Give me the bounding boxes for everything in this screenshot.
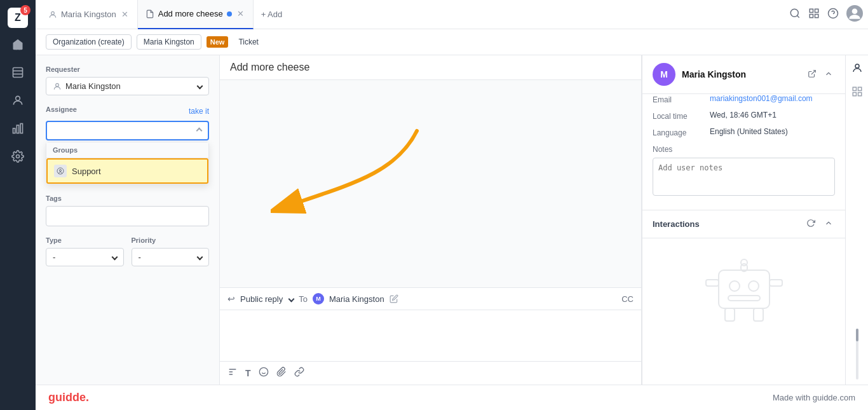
svg-rect-35 xyxy=(754,308,763,321)
email-label: Email xyxy=(653,94,710,104)
svg-point-3 xyxy=(16,96,20,100)
type-select[interactable]: - xyxy=(46,248,124,266)
collapse-interactions-icon[interactable] xyxy=(822,217,835,231)
breadcrumb-org[interactable]: Organization (create) xyxy=(46,34,132,50)
groups-label: Groups xyxy=(46,142,208,158)
help-icon[interactable] xyxy=(827,8,839,21)
reply-cc-label[interactable]: CC xyxy=(621,294,634,304)
requester-input[interactable]: Maria Kingston xyxy=(46,77,209,95)
refresh-interactions-icon[interactable] xyxy=(804,217,817,231)
tab-maria-label: Maria Kingston xyxy=(61,10,116,19)
language-row: Language English (United States) xyxy=(653,127,835,137)
right-icon-rail xyxy=(845,55,868,385)
support-item-label: Support xyxy=(72,167,101,176)
tab-bar-right xyxy=(789,5,863,24)
interactions-actions xyxy=(804,217,835,231)
priority-select[interactable]: - xyxy=(132,248,210,266)
breadcrumb-user[interactable]: Maria Kingston xyxy=(137,34,201,50)
attach-icon[interactable] xyxy=(276,367,287,379)
middle-panel: ↩ Public reply To M Maria Kingston CC xyxy=(220,55,642,385)
reports-icon[interactable] xyxy=(6,117,29,140)
apps-icon[interactable] xyxy=(808,8,820,21)
svg-line-10 xyxy=(797,15,799,17)
link-icon[interactable] xyxy=(294,367,304,379)
apps-rail-icon[interactable] xyxy=(850,84,865,101)
interactions-body xyxy=(642,238,845,340)
priority-label: Priority xyxy=(132,236,210,244)
content-area: Requester Maria Kingston Assignee take i… xyxy=(36,55,868,385)
support-group-item[interactable]: Support xyxy=(46,158,208,184)
requester-field: Requester Maria Kingston xyxy=(46,65,209,95)
svg-point-19 xyxy=(56,83,59,86)
tab-add-more-cheese[interactable]: Add more cheese ✕ xyxy=(138,0,254,29)
external-link-icon[interactable] xyxy=(806,67,818,82)
user-avatar-top[interactable] xyxy=(846,5,863,24)
svg-point-18 xyxy=(852,8,858,14)
user-profile-rail-icon[interactable] xyxy=(850,60,865,78)
interactions-title: Interactions xyxy=(653,219,700,229)
language-label: Language xyxy=(653,127,710,137)
reply-recipient-name: Maria Kingston xyxy=(329,294,384,304)
tab-add-button[interactable]: + Add xyxy=(254,10,290,19)
footer: guidde. Made with guidde.com xyxy=(36,385,868,410)
made-with-text: Made with guidde.com xyxy=(773,393,855,402)
notes-row: Notes xyxy=(653,144,835,196)
requester-label: Requester xyxy=(46,65,209,73)
home-icon[interactable] xyxy=(6,33,29,56)
search-icon[interactable] xyxy=(789,8,801,21)
tickets-icon[interactable] xyxy=(6,61,29,84)
priority-value: - xyxy=(139,252,141,262)
ticket-title-input[interactable] xyxy=(230,62,631,73)
svg-rect-13 xyxy=(810,15,813,18)
local-time-value: Wed, 18:46 GMT+1 xyxy=(710,111,835,121)
text-icon[interactable]: T xyxy=(245,368,251,378)
svg-rect-33 xyxy=(770,280,782,286)
svg-rect-4 xyxy=(13,128,15,133)
svg-point-9 xyxy=(790,9,798,17)
notes-textarea[interactable] xyxy=(653,158,835,196)
svg-rect-11 xyxy=(810,9,813,12)
left-panel: Requester Maria Kingston Assignee take i… xyxy=(36,55,220,385)
tags-input[interactable] xyxy=(46,206,209,226)
assignee-chevron-up-icon xyxy=(196,128,203,134)
user-name: Maria Kingston xyxy=(682,69,799,79)
assignee-label: Assignee xyxy=(46,106,77,113)
take-it-link[interactable]: take it xyxy=(189,107,209,116)
edit-recipient-icon[interactable] xyxy=(390,294,398,303)
local-time-label: Local time xyxy=(653,111,710,121)
svg-rect-14 xyxy=(815,15,818,18)
tags-field: Tags xyxy=(46,195,209,226)
right-panel: M Maria Kingston Email mariaking xyxy=(642,55,845,385)
assignee-text-input[interactable] xyxy=(53,126,196,135)
priority-chevron-icon xyxy=(197,254,203,261)
tab-maria-kingston[interactable]: Maria Kingston ✕ xyxy=(41,0,138,29)
svg-point-21 xyxy=(60,170,62,172)
tab-bar: Maria Kingston ✕ Add more cheese ✕ + Add xyxy=(36,0,868,29)
breadcrumb-ticket: Ticket xyxy=(233,35,264,49)
svg-point-37 xyxy=(855,64,859,68)
requester-value: Maria Kingston xyxy=(65,81,196,91)
format-icon[interactable] xyxy=(227,367,238,379)
notification-badge: 5 xyxy=(20,5,31,15)
svg-rect-39 xyxy=(858,87,861,90)
svg-point-29 xyxy=(749,281,759,291)
emoji-icon[interactable] xyxy=(259,367,269,379)
email-value[interactable]: mariakingston001@gmail.com xyxy=(710,94,835,104)
reply-body[interactable] xyxy=(220,310,641,361)
type-priority-row: Type - Priority - xyxy=(46,236,209,277)
assignee-input[interactable] xyxy=(46,121,209,140)
user-avatar: M xyxy=(653,63,675,86)
app-logo[interactable]: Z 5 xyxy=(8,8,28,28)
notes-label: Notes xyxy=(653,144,835,154)
settings-icon[interactable] xyxy=(6,145,29,168)
tab-maria-close[interactable]: ✕ xyxy=(120,8,130,20)
contacts-icon[interactable] xyxy=(6,89,29,112)
interactions-header: Interactions xyxy=(642,210,845,238)
priority-field: Priority - xyxy=(132,236,210,266)
type-chevron-icon xyxy=(111,254,118,261)
reply-to-label: To xyxy=(299,294,308,304)
tab-cheese-close[interactable]: ✕ xyxy=(236,8,245,20)
collapse-user-icon[interactable] xyxy=(822,67,835,82)
breadcrumb-bar: Organization (create) Maria Kingston New… xyxy=(36,29,868,55)
svg-rect-38 xyxy=(853,87,856,90)
